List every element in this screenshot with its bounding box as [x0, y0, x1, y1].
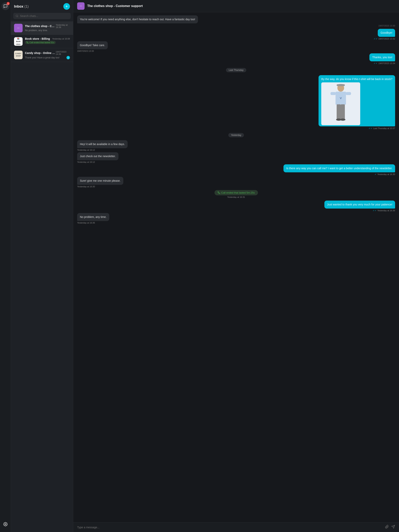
message-input[interactable] [77, 526, 383, 529]
msg-time: ✓✓ 19/07/2023 13:34 [374, 62, 395, 65]
chat-list: ··· The clothes shop - Custome... Yester… [11, 21, 73, 532]
checkmark-icon: ✓✓ [374, 62, 378, 65]
msg-row: Goodbye! ✓✓ 19/07/2023 13:32 [77, 29, 395, 40]
message-bubble: Just wanted to thank you very much for y… [324, 201, 395, 209]
msg-time: Yesterday at 16:12 [77, 149, 95, 151]
sidebar-title: Inbox (1) [14, 5, 29, 9]
svg-point-1 [16, 15, 18, 17]
message-input-area [73, 522, 399, 532]
inbox-badge: 1 [7, 2, 10, 5]
msg-time-tshirt: ✓✓ Last Thursday at 15:57 [369, 127, 395, 130]
message-bubble: Sure! give me one minute please. [77, 177, 123, 185]
header-avatar: ··· [77, 2, 84, 10]
svg-rect-8 [331, 92, 336, 95]
svg-text:V: V [340, 96, 342, 100]
search-icon [16, 14, 19, 18]
svg-rect-11 [341, 104, 345, 119]
attach-icon[interactable] [385, 525, 389, 530]
message-bubble: Goodbye! Take care. [77, 41, 108, 49]
chat-name-candy: Candy shop - Online orders [25, 51, 56, 55]
chat-time-candy: 19/07/2023 14:38 [56, 51, 70, 55]
checkmark-icon: ✓✓ [369, 127, 373, 130]
msg-row: No problem, any time. Yesterday at 16:36 [77, 213, 395, 224]
send-icon[interactable] [391, 525, 395, 530]
add-chat-button[interactable]: + [63, 3, 70, 10]
avatar-clothes: ··· [14, 24, 23, 32]
message-bubble: Goodbye! [378, 29, 395, 37]
avatar-book: 📚Book store [14, 37, 23, 46]
message-bubble: Thanks, you too! [369, 53, 395, 61]
msg-row: Hey! it will be available in a few days.… [77, 140, 395, 151]
message-bubble: You're welcome! If you need anything els… [77, 15, 198, 23]
msg-row-tshirt: By the way, do you know if this t-shirt … [77, 75, 395, 130]
chat-preview-candy: Thank you! Have a great day too! 1 [25, 56, 70, 59]
phone-icon [218, 191, 220, 194]
avatar-candy: CANDY SHOP [14, 51, 23, 59]
chat-name-clothes: The clothes shop - Custome... [25, 25, 56, 28]
chat-info-book: Book store - Billing Yesterday at 16:08 … [25, 37, 70, 44]
checkmark-icon: ✓✓ [373, 209, 377, 212]
svg-rect-6 [337, 84, 345, 86]
msg-row: Is there any way you can call me? I want… [77, 164, 395, 176]
msg-row: You're welcome! If you need anything els… [77, 15, 395, 23]
chat-time-clothes: Yesterday at 16:36 [56, 24, 70, 28]
icon-bar: 1 [0, 0, 11, 532]
msg-time: ✓ Yesterday at 16:30 [375, 173, 395, 176]
chat-preview-clothes: No problem, any time. [25, 29, 70, 32]
msg-time: ✓✓ Yesterday at 16:36 [373, 209, 395, 212]
date-divider-last-thursday: Last Thursday [77, 68, 395, 72]
chat-main: ··· The clothes shop - Customer support … [73, 0, 399, 532]
call-badge-book: Call ended that lasted 31s [25, 41, 56, 44]
chat-header-title: The clothes shop - Customer support [87, 4, 143, 8]
chat-time-book: Yesterday at 16:08 [52, 38, 70, 40]
chat-header: ··· The clothes shop - Customer support [73, 0, 399, 12]
settings-nav-icon[interactable] [1, 522, 9, 530]
message-bubble: Hey! it will be available in a few days. [77, 140, 128, 148]
msg-text-tshirt: By the way, do you know if this t-shirt … [321, 77, 392, 81]
msg-time: Yesterday at 16:12 [77, 161, 95, 163]
msg-time: ✓✓ 19/07/2023 13:32 [374, 37, 395, 40]
message-bubble-tshirt: By the way, do you know if this t-shirt … [319, 75, 395, 126]
date-divider-yesterday: Yesterday [77, 133, 395, 137]
msg-row: Thanks, you too! ✓✓ 19/07/2023 13:34 [77, 53, 395, 65]
svg-line-2 [18, 17, 18, 17]
phone-icon [26, 41, 29, 44]
call-ended-pill: Call ended that lasted 5m:25s [214, 190, 258, 195]
msg-row: Just wanted to thank you very much for y… [77, 201, 395, 212]
chat-nav-icon[interactable]: 1 [1, 2, 9, 10]
msg-time: 19/07/2023 13:33 [77, 50, 94, 52]
msg-row: Just check out the newsletter. Yesterday… [77, 152, 395, 163]
msg-time: Yesterday at 16:30 [77, 185, 95, 188]
msg-row: Sure! give me one minute please. Yesterd… [77, 177, 395, 188]
chat-name-book: Book store - Billing [25, 37, 50, 40]
svg-rect-9 [346, 92, 351, 95]
svg-point-0 [5, 524, 6, 525]
message-bubble: Is there any way you can call me? I want… [283, 164, 395, 172]
search-input[interactable] [20, 14, 68, 18]
call-time: Yesterday at 16:31 [227, 196, 245, 198]
svg-rect-10 [337, 104, 341, 119]
tshirt-image: V [321, 82, 360, 125]
chat-preview-book: Call ended that lasted 31s [25, 41, 70, 44]
messages-area: You're welcome! If you need anything els… [73, 12, 399, 522]
chat-item-candy[interactable]: CANDY SHOP Candy shop - Online orders 19… [11, 48, 73, 62]
chat-info-clothes: The clothes shop - Custome... Yesterday … [25, 24, 70, 32]
message-bubble: No problem, any time. [77, 213, 109, 221]
msg-timestamp: 19/07/2023 13:30 [77, 25, 395, 27]
checkmark-icon: ✓✓ [374, 37, 378, 40]
sidebar-header: Inbox (1) + [11, 0, 73, 13]
chat-item-clothes[interactable]: ··· The clothes shop - Custome... Yester… [11, 21, 73, 35]
msg-row: Goodbye! Take care. 19/07/2023 13:33 [77, 41, 395, 52]
unread-badge-candy: 1 [66, 56, 70, 59]
chat-info-candy: Candy shop - Online orders 19/07/2023 14… [25, 51, 70, 59]
call-event-row: Call ended that lasted 5m:25s Yesterday … [77, 190, 395, 198]
svg-point-13 [340, 119, 345, 121]
checkmark-icon: ✓ [375, 173, 377, 176]
call-pill-text: Call ended that lasted 5m:25s [221, 191, 255, 194]
search-bar [13, 13, 71, 19]
msg-time: Yesterday at 16:36 [77, 222, 95, 224]
chat-item-book[interactable]: 📚Book store Book store - Billing Yesterd… [11, 35, 73, 48]
sidebar: Inbox (1) + ··· The clothes shop - Custo… [11, 0, 73, 532]
message-bubble: Just check out the newsletter. [77, 152, 118, 160]
